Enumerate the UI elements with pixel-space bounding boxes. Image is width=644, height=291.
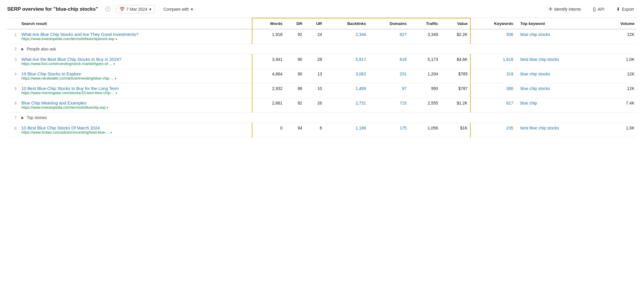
cell-words: 4,864 [252, 69, 285, 83]
serp-table: Search result Words DR UR Backlinks Doma… [7, 18, 637, 137]
cell-words: 0 [252, 123, 285, 137]
expand-label[interactable]: People also ask [19, 44, 637, 54]
table-row: 6 Blue Chip Meaning and Examples https:/… [7, 98, 637, 113]
compare-label: Compare with [164, 7, 189, 12]
export-button[interactable]: ⬇ Export [613, 5, 637, 13]
cell-ur: 26 [305, 98, 324, 113]
page-header: SERP overview for "blue-chip stocks" ? 📅… [7, 5, 637, 18]
url-chevron-icon[interactable]: ▾ [107, 106, 108, 109]
cell-domains: 627 [368, 29, 409, 44]
cell-dr: 90 [285, 69, 304, 83]
cell-domains: 175 [368, 123, 409, 137]
cell-backlinks: 1,489 [324, 83, 368, 98]
cell-domains: 715 [368, 98, 409, 113]
cell-ur: 24 [305, 29, 324, 44]
cell-top-keyword: best blue chip stocks [516, 123, 601, 137]
table-row: 1 What Are Blue Chip Stocks and Are They… [7, 29, 637, 44]
expand-icon [21, 116, 24, 119]
cell-traffic: 950 [409, 83, 441, 98]
identify-intents-button[interactable]: ✛ Identify intents [546, 5, 584, 13]
chevron-down-icon: ▾ [191, 7, 193, 12]
cell-ur: 10 [305, 83, 324, 98]
cell-keywords: 617 [470, 98, 516, 113]
url-chevron-icon[interactable]: ▾ [116, 37, 117, 41]
date-picker[interactable]: 📅 7 Mar 2024 ▾ [116, 5, 155, 13]
cell-top-keyword: best blue chip stocks [516, 54, 601, 69]
cell-traffic: 1,056 [409, 123, 441, 137]
date-label: 7 Mar 2024 [126, 7, 147, 12]
cell-keywords: 319 [470, 69, 516, 83]
cell-keywords: 388 [470, 83, 516, 98]
cell-traffic: 1,204 [409, 69, 441, 83]
col-value-header: Value [440, 18, 470, 29]
result-cell: 10 Best Blue-Chip Stocks to Buy for the … [19, 83, 252, 98]
result-title[interactable]: 10 Best Blue-Chip Stocks to Buy for the … [21, 86, 247, 91]
url-chevron-icon[interactable]: ▾ [110, 131, 112, 134]
table-row: 5 10 Best Blue-Chip Stocks to Buy for th… [7, 83, 637, 98]
result-url: https://www.investopedia.com/terms/b/blu… [21, 37, 247, 41]
cell-ur: 6 [305, 123, 324, 137]
cell-backlinks: 3,082 [324, 69, 368, 83]
result-cell: What Are Blue Chip Stocks and Are They G… [19, 29, 252, 44]
url-chevron-icon[interactable]: ▾ [113, 62, 115, 66]
expand-text: Top stories [27, 115, 47, 120]
cell-dr: 92 [285, 29, 304, 44]
col-traffic-header: Traffic [409, 18, 441, 29]
col-result-header: Search result [19, 18, 252, 29]
cell-traffic: 3,349 [409, 29, 441, 44]
row-num: 1 [7, 29, 19, 44]
result-title[interactable]: What Are Blue Chip Stocks and Are They G… [21, 32, 247, 37]
cell-words: 2,932 [252, 83, 285, 98]
col-num-header [7, 18, 19, 29]
result-url: https://www.nerdwallet.com/article/inves… [21, 76, 247, 80]
cell-value: $4.6K [440, 54, 470, 69]
expand-icon [21, 48, 24, 51]
row-num: 4 [7, 69, 19, 83]
cell-volume: 1.0K [601, 123, 637, 137]
cell-volume: 7.4K [601, 98, 637, 113]
api-label: API [598, 7, 604, 12]
result-title[interactable]: Blue Chip Meaning and Examples [21, 101, 247, 105]
api-button[interactable]: {} API [590, 5, 607, 13]
cell-volume: 1.0K [601, 54, 637, 69]
table-row: 8 10 Best Blue Chip Stocks Of March 2024… [7, 123, 637, 137]
cell-volume: 12K [601, 29, 637, 44]
identify-icon: ✛ [549, 6, 552, 12]
expand-label[interactable]: Top stories [19, 113, 637, 123]
url-text: https://www.fool.com/investing/stock-mar… [21, 62, 112, 66]
table-row: 2 People also ask [7, 44, 637, 54]
cell-domains: 618 [368, 54, 409, 69]
cell-keywords: 506 [470, 29, 516, 44]
url-chevron-icon[interactable]: ▾ [115, 77, 116, 80]
col-volume-header: Volume [601, 18, 637, 29]
cell-keywords: 1,618 [470, 54, 516, 69]
table-row: 3 What Are the Best Blue Chip Stocks to … [7, 54, 637, 69]
cell-value: $1K [440, 123, 470, 137]
help-icon[interactable]: ? [105, 7, 110, 12]
row-num: 6 [7, 98, 19, 113]
url-text: https://www.morningstar.com/stocks/10-be… [21, 91, 114, 95]
result-url: https://www.investopedia.com/terms/b/blu… [21, 105, 247, 110]
cell-ur: 28 [305, 54, 324, 69]
url-text: https://www.investopedia.com/terms/b/blu… [21, 105, 106, 110]
url-text: https://www.nerdwallet.com/article/inves… [21, 76, 114, 80]
cell-words: 2,661 [252, 98, 285, 113]
result-url: https://www.morningstar.com/stocks/10-be… [21, 91, 247, 95]
result-title[interactable]: 19 Blue-Chip Stocks to Explore [21, 72, 247, 76]
cell-domains: 97 [368, 83, 409, 98]
cell-value: $787 [440, 83, 470, 98]
cell-keywords: 235 [470, 123, 516, 137]
row-num: 7 [7, 113, 19, 123]
compare-with-button[interactable]: Compare with ▾ [161, 5, 196, 13]
cell-dr: 94 [285, 123, 304, 137]
result-title[interactable]: What Are the Best Blue Chip Stocks to Bu… [21, 57, 247, 62]
cell-words: 1,918 [252, 29, 285, 44]
result-title[interactable]: 10 Best Blue Chip Stocks Of March 2024 [21, 126, 247, 130]
cell-top-keyword: blue chip [516, 98, 601, 113]
url-text: https://www.investopedia.com/terms/b/blu… [21, 37, 114, 41]
url-chevron-icon[interactable]: ▾ [116, 91, 117, 95]
table-row: 7 Top stories [7, 113, 637, 123]
cell-domains: 231 [368, 69, 409, 83]
col-dr-header: DR [285, 18, 304, 29]
cell-dr: 86 [285, 83, 304, 98]
